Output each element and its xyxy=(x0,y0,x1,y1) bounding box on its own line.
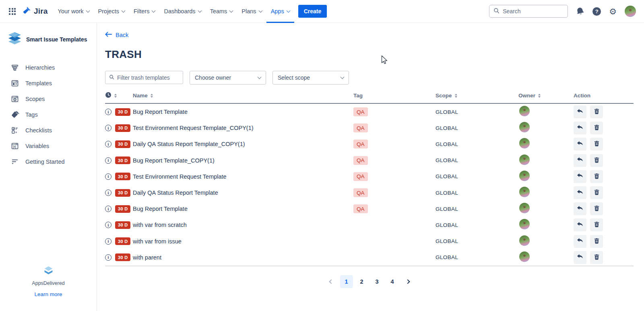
user-avatar[interactable] xyxy=(625,6,636,17)
nav-item-apps[interactable]: Apps xyxy=(266,0,294,23)
column-name[interactable]: Name xyxy=(133,93,353,99)
nav-item-teams[interactable]: Teams xyxy=(206,0,237,23)
info-icon[interactable]: i xyxy=(105,173,111,180)
trash-filter-input[interactable] xyxy=(117,74,179,81)
scope-select[interactable]: Select scope xyxy=(272,71,349,84)
template-name[interactable]: Bug Report Template xyxy=(133,206,353,212)
sort-icon[interactable] xyxy=(114,94,117,98)
info-icon[interactable]: i xyxy=(105,189,111,196)
table-row: i 30 D with var from scratch GLOBAL xyxy=(105,217,634,233)
delete-button[interactable] xyxy=(590,251,603,264)
delete-button[interactable] xyxy=(590,235,603,248)
create-button[interactable]: Create xyxy=(298,5,327,18)
delete-button[interactable] xyxy=(590,186,603,199)
sidebar-item-hierarchies[interactable]: Hierarchies xyxy=(0,60,97,75)
owner-avatar[interactable] xyxy=(519,138,530,148)
template-name[interactable]: with var from issue xyxy=(133,238,353,245)
page-button-1[interactable]: 1 xyxy=(340,275,353,288)
notifications-icon[interactable] xyxy=(576,7,584,16)
restore-button[interactable] xyxy=(574,235,586,248)
template-name[interactable]: Bug Report Template_COPY(1) xyxy=(133,157,353,164)
delete-button[interactable] xyxy=(590,122,603,134)
owner-avatar[interactable] xyxy=(519,171,530,181)
delete-button[interactable] xyxy=(590,138,603,150)
previous-page-button[interactable] xyxy=(325,275,338,288)
owner-avatar[interactable] xyxy=(519,154,530,165)
restore-button[interactable] xyxy=(574,154,586,167)
app-switcher-icon[interactable] xyxy=(6,5,19,18)
sort-icon[interactable] xyxy=(455,94,457,98)
trash-filter-field[interactable] xyxy=(105,71,183,84)
column-owner[interactable]: Owner xyxy=(518,93,574,99)
owner-avatar[interactable] xyxy=(519,203,530,213)
chevron-down-icon xyxy=(258,75,262,79)
restore-button[interactable] xyxy=(574,186,586,199)
restore-button[interactable] xyxy=(574,105,586,118)
info-icon[interactable]: i xyxy=(105,109,111,115)
restore-button[interactable] xyxy=(574,251,586,264)
page-button-2[interactable]: 2 xyxy=(355,275,368,288)
nav-item-plans[interactable]: Plans xyxy=(237,0,266,23)
restore-button[interactable] xyxy=(574,138,586,150)
search-input[interactable] xyxy=(503,8,564,14)
delete-button[interactable] xyxy=(590,202,603,215)
sidebar-item-scopes[interactable]: Scopes xyxy=(0,91,97,107)
nav-item-filters[interactable]: Filters xyxy=(129,0,159,23)
restore-button[interactable] xyxy=(574,218,586,231)
nav-item-projects[interactable]: Projects xyxy=(94,0,129,23)
restore-icon xyxy=(577,254,584,261)
owner-select[interactable]: Choose owner xyxy=(190,71,266,84)
info-icon[interactable]: i xyxy=(105,141,111,147)
chevron-right-icon xyxy=(405,279,410,284)
template-name[interactable]: Bug Report Template xyxy=(133,109,353,115)
next-page-button[interactable] xyxy=(401,275,414,288)
page-button-3[interactable]: 3 xyxy=(371,275,384,288)
info-icon[interactable]: i xyxy=(105,238,111,245)
sidebar-item-variables[interactable]: (x) Variables xyxy=(0,138,97,154)
owner-avatar[interactable] xyxy=(519,235,530,246)
nav-item-your-work[interactable]: Your work xyxy=(54,0,94,23)
column-retention[interactable] xyxy=(105,92,133,99)
back-link[interactable]: Back xyxy=(105,32,128,38)
chevron-left-icon xyxy=(329,279,333,284)
column-scope[interactable]: Scope xyxy=(436,93,518,99)
owner-avatar[interactable] xyxy=(519,106,530,116)
template-name[interactable]: Daily QA Status Report Template_COPY(1) xyxy=(133,141,353,147)
info-icon[interactable]: i xyxy=(105,222,111,228)
info-icon[interactable]: i xyxy=(105,206,111,212)
owner-avatar[interactable] xyxy=(519,122,530,132)
info-icon[interactable]: i xyxy=(105,125,111,131)
global-search[interactable] xyxy=(489,5,568,18)
settings-gear-icon[interactable]: ⚙ xyxy=(609,7,617,16)
owner-avatar[interactable] xyxy=(519,251,530,262)
learn-more-link[interactable]: Learn more xyxy=(0,291,97,297)
nav-item-dashboards[interactable]: Dashboards xyxy=(159,0,205,23)
table-row: i 30 D Daily QA Status Report Template_C… xyxy=(105,136,634,152)
template-name[interactable]: Test Environment Request Template xyxy=(133,173,353,180)
help-icon[interactable]: ? xyxy=(592,7,601,16)
info-icon[interactable]: i xyxy=(105,254,111,261)
delete-button[interactable] xyxy=(590,154,603,167)
template-name[interactable]: with parent xyxy=(133,254,353,261)
template-name[interactable]: Daily QA Status Report Template xyxy=(133,189,353,196)
sidebar-item-getting-started[interactable]: Getting Started xyxy=(0,154,97,169)
sort-icon[interactable] xyxy=(151,94,153,98)
delete-button[interactable] xyxy=(590,218,603,231)
variables-icon: (x) xyxy=(10,142,19,150)
owner-avatar[interactable] xyxy=(519,187,530,197)
template-name[interactable]: Test Environment Request Template_COPY(1… xyxy=(133,125,353,131)
template-name[interactable]: with var from scratch xyxy=(133,222,353,228)
owner-avatar[interactable] xyxy=(519,219,530,229)
jira-logo[interactable]: Jira xyxy=(22,6,48,17)
sidebar-item-checklists[interactable]: Checklists xyxy=(0,122,97,138)
delete-button[interactable] xyxy=(590,105,603,118)
info-icon[interactable]: i xyxy=(105,157,111,164)
sidebar-item-tags[interactable]: Tags xyxy=(0,107,97,122)
restore-button[interactable] xyxy=(574,170,586,183)
sort-icon[interactable] xyxy=(538,94,541,98)
restore-button[interactable] xyxy=(574,122,586,134)
sidebar-item-templates[interactable]: Templates xyxy=(0,75,97,91)
delete-button[interactable] xyxy=(590,170,603,183)
restore-button[interactable] xyxy=(574,202,586,215)
page-button-4[interactable]: 4 xyxy=(386,275,399,288)
